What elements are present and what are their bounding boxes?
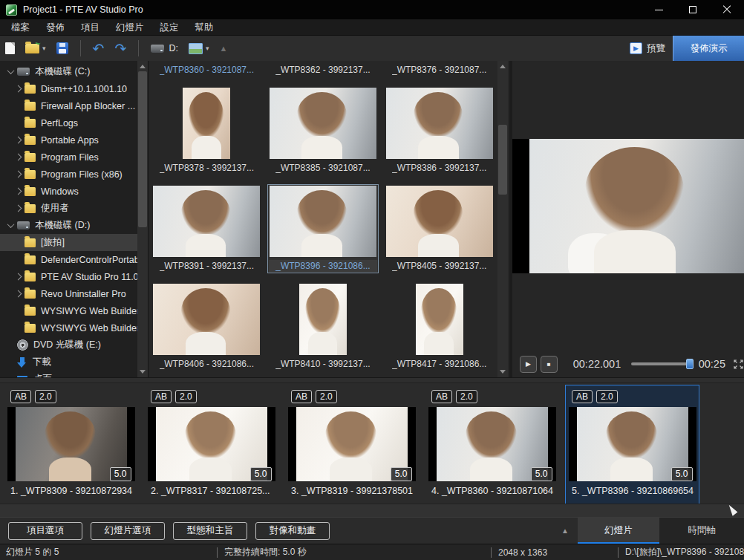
thumbnail-cell[interactable]: _WTP8376 - 3921087... bbox=[381, 62, 497, 77]
redo-button[interactable]: ↷ bbox=[109, 38, 131, 59]
tree-item-folder[interactable]: 使用者 bbox=[0, 200, 137, 217]
photo-thumbnail[interactable] bbox=[386, 186, 493, 257]
tree-item-dvd-drive[interactable]: DVD 光碟機 (E:) bbox=[0, 336, 137, 354]
chevron-right-icon[interactable] bbox=[14, 154, 22, 161]
slide-image[interactable]: 5.0 bbox=[288, 407, 416, 481]
photo-thumbnail[interactable] bbox=[270, 186, 376, 257]
menu-slide[interactable]: 幻燈片 bbox=[108, 19, 152, 36]
stop-button[interactable]: ■ bbox=[541, 356, 558, 373]
menu-project[interactable]: 項目 bbox=[73, 19, 108, 36]
styles-themes-button[interactable]: 型態和主旨 bbox=[173, 522, 247, 540]
save-button[interactable] bbox=[51, 38, 74, 59]
slide-image[interactable]: 5.0 bbox=[428, 407, 556, 481]
photo-thumbnail[interactable] bbox=[299, 284, 347, 355]
scroll-up-icon[interactable] bbox=[140, 65, 146, 68]
transition-time-badge[interactable]: 2.0 bbox=[316, 390, 337, 403]
tree-item-drive-c[interactable]: 本機磁碟 (C:) bbox=[0, 63, 137, 80]
thumbnail-cell[interactable]: _WTP8386 - 3992137... bbox=[381, 86, 497, 175]
photo-thumbnail[interactable] bbox=[153, 284, 260, 355]
tree-item-folder[interactable]: Firewall App Blocker ... bbox=[0, 97, 137, 114]
duration-badge[interactable]: 5.0 bbox=[671, 467, 693, 481]
tree-item-folder[interactable]: Dism++10.1.1001.10 bbox=[0, 80, 137, 97]
thumbnail-cell[interactable]: _WTP8391 - 3992137... bbox=[149, 184, 265, 273]
photo-thumbnail[interactable] bbox=[183, 88, 230, 159]
tree-item-downloads[interactable]: 下載 bbox=[0, 354, 137, 371]
slide-item-1[interactable]: AB2.0 5.0 1. _WTP8309 - 39210872934 bbox=[4, 385, 138, 507]
sidebar-scrollbar[interactable] bbox=[137, 61, 148, 377]
drive-selector[interactable]: D: bbox=[146, 38, 183, 59]
folder-up-button[interactable]: ▲ bbox=[214, 38, 232, 59]
tree-item-folder[interactable]: Program Files (x86) bbox=[0, 166, 137, 183]
browser-scrollbar[interactable] bbox=[497, 61, 508, 377]
scroll-down-icon[interactable] bbox=[500, 370, 506, 374]
chevron-right-icon[interactable] bbox=[14, 188, 22, 195]
duration-badge[interactable]: 5.0 bbox=[110, 467, 131, 481]
ab-transition-badge[interactable]: AB bbox=[572, 390, 593, 403]
ab-transition-badge[interactable]: AB bbox=[10, 390, 31, 403]
tree-item-folder[interactable]: WYSIWYG Web Builder 2 bbox=[0, 319, 137, 336]
thumbnail-cell[interactable]: _WTP8405 - 3992137... bbox=[381, 184, 497, 273]
tree-item-folder[interactable]: WYSIWYG Web Builder 2 bbox=[0, 302, 137, 319]
chevron-right-icon[interactable] bbox=[14, 85, 22, 93]
tree-item-folder[interactable]: Program Files bbox=[0, 149, 137, 166]
slide-item-2[interactable]: AB2.0 5.0 2. _WTP8317 - 392108725... bbox=[144, 385, 278, 507]
slide-image[interactable]: 5.0 bbox=[7, 407, 135, 481]
ab-transition-badge[interactable]: AB bbox=[151, 390, 172, 403]
tree-item-folder[interactable]: PTE AV Studio Pro 11.0.2 bbox=[0, 268, 137, 285]
tree-item-folder[interactable]: Revo Uninstaller Pro bbox=[0, 285, 137, 302]
collapse-panel-icon[interactable]: ▲ bbox=[561, 527, 569, 535]
slider-handle[interactable] bbox=[686, 359, 694, 369]
photo-thumbnail[interactable] bbox=[270, 88, 376, 159]
tree-item-folder[interactable]: Windows bbox=[0, 183, 137, 200]
horizontal-splitter[interactable] bbox=[0, 377, 744, 383]
slide-strip-scrollbar[interactable] bbox=[0, 504, 744, 517]
tree-item-folder[interactable]: Portable Apps bbox=[0, 131, 137, 149]
open-project-button[interactable]: ▾ bbox=[20, 38, 51, 59]
seek-slider[interactable] bbox=[631, 359, 689, 369]
slide-image[interactable]: 5.0 bbox=[148, 407, 275, 481]
ab-transition-badge[interactable]: AB bbox=[291, 390, 312, 403]
thumbnail-cell[interactable]: _WTP8360 - 3921087... bbox=[149, 62, 265, 77]
tab-slides[interactable]: 幻燈片 bbox=[578, 518, 659, 544]
minimize-button[interactable] bbox=[642, 0, 676, 19]
thumbnail-cell-selected[interactable]: _WTP8396 - 3921086... bbox=[265, 184, 382, 273]
slide-item-4[interactable]: AB2.0 5.0 4. _WTP8360 - 39210871064 bbox=[425, 385, 559, 507]
photo-thumbnail[interactable] bbox=[153, 186, 260, 257]
slide-item-5-selected[interactable]: AB2.0 5.0 5. _WTP8396 - 39210869654 bbox=[565, 385, 699, 507]
ab-transition-badge[interactable]: AB bbox=[431, 390, 452, 403]
thumbnail-cell[interactable]: _WTP8378 - 3992137... bbox=[149, 86, 265, 175]
tree-item-folder[interactable]: PerfLogs bbox=[0, 114, 137, 131]
chevron-down-icon[interactable] bbox=[7, 67, 14, 74]
thumbnail-cell[interactable]: _WTP8362 - 3992137... bbox=[265, 62, 382, 77]
thumbnail-cell[interactable]: _WTP8417 - 3921086... bbox=[381, 282, 497, 371]
slide-item-3[interactable]: AB2.0 5.0 3. _WTP8319 - 39921378501 bbox=[284, 385, 419, 507]
view-mode-button[interactable]: ▾ bbox=[183, 38, 215, 59]
chevron-right-icon[interactable] bbox=[14, 205, 22, 212]
chevron-right-icon[interactable] bbox=[14, 137, 22, 144]
chevron-right-icon[interactable] bbox=[14, 273, 22, 281]
thumbnail-cell[interactable]: _WTP8385 - 3921087... bbox=[265, 86, 382, 175]
preview-button[interactable]: ▶ 預覽 bbox=[622, 42, 673, 55]
transition-time-badge[interactable]: 2.0 bbox=[456, 390, 477, 403]
thumbnail-cell[interactable]: _WTP8406 - 3921086... bbox=[149, 282, 265, 371]
tab-timeline[interactable]: 時間軸 bbox=[659, 518, 744, 544]
scrollbar-thumb[interactable] bbox=[138, 71, 147, 227]
undo-button[interactable]: ↶ bbox=[88, 38, 110, 59]
photo-thumbnail[interactable] bbox=[386, 88, 493, 159]
transition-time-badge[interactable]: 2.0 bbox=[35, 390, 56, 403]
slide-options-button[interactable]: 幻燈片選項 bbox=[91, 522, 165, 540]
tree-item-folder-selected[interactable]: [旅拍] bbox=[0, 234, 137, 251]
project-options-button[interactable]: 項目選項 bbox=[8, 522, 82, 540]
scrollbar-thumb[interactable] bbox=[498, 125, 507, 195]
menu-help[interactable]: 幫助 bbox=[187, 19, 222, 36]
menu-file[interactable]: 檔案 bbox=[3, 19, 38, 36]
menu-settings[interactable]: 設定 bbox=[152, 19, 187, 36]
tree-item-desktop-partial[interactable]: 桌面 bbox=[0, 371, 137, 377]
scroll-up-icon[interactable] bbox=[500, 65, 506, 68]
publish-show-button[interactable]: 發佈演示 bbox=[673, 36, 744, 61]
transition-time-badge[interactable]: 2.0 bbox=[175, 390, 197, 403]
menu-publish[interactable]: 發佈 bbox=[38, 19, 73, 36]
fullscreen-icon[interactable] bbox=[733, 359, 744, 370]
transition-time-badge[interactable]: 2.0 bbox=[596, 390, 618, 403]
slide-image[interactable]: 5.0 bbox=[569, 407, 696, 481]
